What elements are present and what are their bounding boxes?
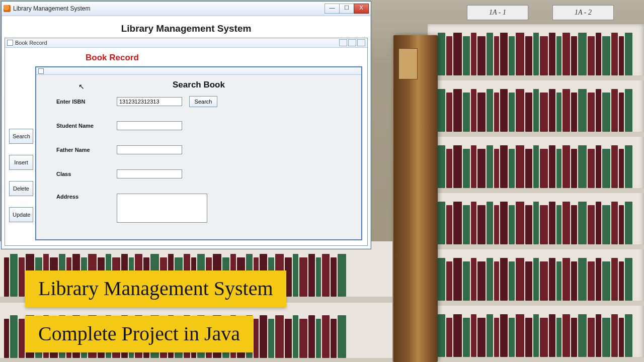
- banner-title: Library Management System: [25, 270, 286, 307]
- search-button[interactable]: Search: [9, 129, 33, 144]
- class-input[interactable]: [117, 169, 182, 178]
- search-isbn-button[interactable]: Search: [189, 96, 217, 107]
- book-record-heading: Book Record: [5, 48, 367, 67]
- shelf-sign: 1A - 1: [467, 5, 528, 20]
- internal-frame-titlebar[interactable]: Book Record: [5, 38, 367, 48]
- student-name-input[interactable]: [117, 121, 182, 130]
- java-icon: [4, 5, 11, 12]
- internal-frame-title: Book Record: [15, 40, 47, 46]
- window-title: Library Management System: [13, 5, 90, 12]
- title-bar[interactable]: Library Management System — ☐ X: [2, 2, 371, 16]
- search-book-heading: Search Book: [36, 75, 361, 96]
- frame-icon: [7, 40, 13, 46]
- bookshelf: [428, 24, 644, 362]
- address-input[interactable]: [117, 194, 207, 223]
- update-button[interactable]: Update: [9, 207, 33, 222]
- shelf-sign: 1A - 2: [552, 5, 614, 20]
- panel-titlebar[interactable]: [36, 67, 361, 75]
- maximize-button[interactable]: ☐: [339, 4, 354, 14]
- student-name-label: Student Name: [56, 123, 117, 129]
- maximize-icon[interactable]: [348, 39, 356, 46]
- iconify-icon[interactable]: [339, 39, 347, 46]
- insert-button[interactable]: Insert: [9, 155, 33, 170]
- close-icon[interactable]: [357, 39, 365, 46]
- delete-button[interactable]: Delete: [9, 181, 33, 196]
- isbn-input[interactable]: [117, 97, 182, 106]
- app-window: Library Management System — ☐ X Library …: [1, 1, 371, 249]
- address-label: Address: [56, 194, 117, 200]
- frame-icon: [38, 68, 44, 74]
- search-book-panel: ↖ Search Book Enter ISBN Search Student …: [35, 66, 362, 240]
- class-label: Class: [56, 171, 117, 177]
- father-name-input[interactable]: [117, 145, 182, 154]
- banner-subtitle: Complete Project in Java: [25, 316, 253, 352]
- book-record-frame: Book Record Book Record Search Insert De…: [5, 38, 368, 246]
- isbn-label: Enter ISBN: [56, 99, 117, 105]
- close-button[interactable]: X: [354, 4, 369, 14]
- wooden-pillar: [393, 35, 438, 362]
- father-name-label: Father Name: [56, 147, 117, 153]
- minimize-button[interactable]: —: [325, 4, 340, 14]
- app-header: Library Management System: [2, 16, 371, 39]
